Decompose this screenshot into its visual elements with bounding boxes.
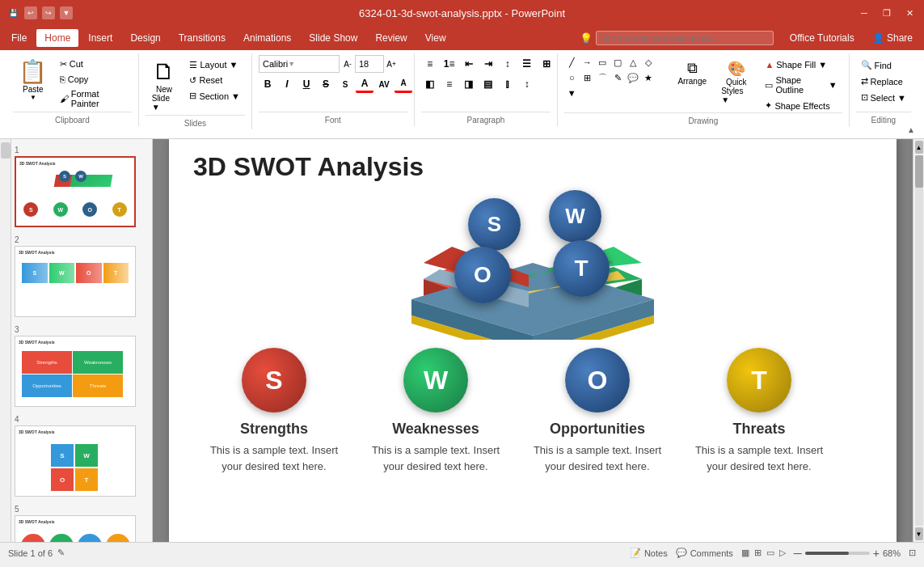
slide-thumb-5[interactable]: 5 3D SWOT Analysis S W O T (15, 505, 149, 542)
shape-freeform[interactable]: ✎ (610, 70, 625, 85)
decrease-indent-button[interactable]: ⇤ (460, 55, 478, 73)
zoom-in-button[interactable]: + (873, 547, 880, 560)
shape-rect[interactable]: ▭ (595, 55, 610, 70)
redo-icon[interactable]: ↪ (42, 6, 55, 19)
fit-slide-button[interactable]: ⊡ (909, 548, 916, 558)
shape-rounded-rect[interactable]: ▢ (610, 55, 625, 70)
select-button[interactable]: ⊡ Select ▼ (856, 91, 911, 104)
increase-indent-button[interactable]: ⇥ (479, 55, 497, 73)
font-color2-button[interactable]: A (394, 75, 412, 93)
zoom-bar[interactable] (805, 552, 870, 555)
slide-thumbnail-5[interactable]: 3D SWOT Analysis S W O T (15, 515, 136, 542)
slide-thumb-2[interactable]: 2 3D SWOT Analysis S W O T (15, 235, 149, 317)
align-left-button[interactable]: ◧ (421, 75, 439, 93)
menu-file[interactable]: File (3, 29, 35, 47)
paste-dropdown[interactable]: ▼ (30, 94, 36, 101)
normal-view-button[interactable]: ▦ (741, 548, 749, 558)
reset-button[interactable]: ↺ Reset (184, 74, 245, 87)
align-center-button[interactable]: ≡ (441, 75, 458, 93)
customize-icon[interactable]: ▼ (60, 6, 73, 19)
ribbon-collapse-button[interactable]: ▲ (905, 123, 918, 136)
tell-me-input[interactable] (601, 33, 768, 43)
slide-thumb-1[interactable]: 1 3D SWOT Analysis S W S W O (15, 146, 149, 227)
zoom-out-button[interactable]: ─ (794, 547, 802, 560)
columns-button[interactable]: ⫿ (499, 75, 517, 93)
slide-thumbnail-2[interactable]: 3D SWOT Analysis S W O T (15, 246, 136, 317)
italic-button[interactable]: I (278, 75, 296, 93)
slide-thumb-4[interactable]: 4 3D SWOT Analysis S W O T (15, 415, 149, 497)
shape-effects-button[interactable]: ✦ Shape Effects (760, 99, 842, 112)
minimize-button[interactable]: ─ (856, 5, 872, 21)
quick-styles-button[interactable]: 🎨 Quick Styles ▼ (715, 58, 757, 106)
align-right-button[interactable]: ◨ (460, 75, 478, 93)
cut-button[interactable]: ✂ Cut (55, 57, 132, 71)
replace-button[interactable]: ⇄ Replace (856, 74, 911, 88)
new-slide-button[interactable]: 🗋 New Slide ▼ (146, 55, 184, 115)
shadow-button[interactable]: S (336, 75, 354, 93)
shape-callout[interactable]: 💬 (626, 70, 640, 85)
justify-button[interactable]: ▤ (479, 75, 497, 93)
comments-button[interactable]: 💬 Comments (676, 548, 733, 558)
tell-me-search[interactable] (596, 31, 774, 45)
bold-button[interactable]: B (259, 75, 276, 93)
align-text-button[interactable]: ☰ (518, 55, 536, 73)
menu-slideshow[interactable]: Slide Show (301, 29, 365, 47)
shape-outline-button[interactable]: ▭ Shape Outline ▼ (760, 74, 842, 96)
shape-diamond[interactable]: ◇ (641, 55, 656, 70)
menu-review[interactable]: Review (367, 29, 415, 47)
paste-button[interactable]: 📋 Paste ▼ (13, 55, 53, 112)
menu-view[interactable]: View (417, 29, 454, 47)
menu-home[interactable]: Home (36, 29, 78, 47)
share-button[interactable]: 👤 Share (864, 29, 921, 47)
font-size-decrease[interactable]: A- (341, 55, 354, 73)
strikethrough-button[interactable]: S (317, 75, 335, 93)
copy-button[interactable]: ⎘ Copy (55, 73, 132, 86)
smartart-button[interactable]: ⊞ (538, 55, 555, 73)
save-icon[interactable]: 💾 (6, 6, 19, 19)
text-direction-button[interactable]: ↕ (499, 55, 517, 73)
restore-button[interactable]: ❐ (879, 5, 895, 21)
menu-transitions[interactable]: Transitions (171, 29, 234, 47)
shape-arrow[interactable]: → (580, 55, 594, 70)
reading-view-button[interactable]: ▭ (766, 548, 774, 558)
arrange-button[interactable]: ⧉ Arrange (672, 58, 712, 87)
font-size-increase[interactable]: A+ (385, 55, 398, 73)
slide-thumbnail-3[interactable]: 3D SWOT Analysis Strengths Weaknesses Op… (15, 336, 136, 407)
slide-thumb-3[interactable]: 3 3D SWOT Analysis Strengths Weaknesses … (15, 325, 149, 407)
office-tutorials[interactable]: Office Tutorials (782, 29, 863, 47)
shapes-dropdown[interactable]: ▼ (564, 86, 579, 100)
scroll-thumb[interactable] (915, 155, 923, 188)
font-color-button[interactable]: A (356, 75, 373, 93)
shape-line[interactable]: ╱ (564, 55, 579, 70)
menu-animations[interactable]: Animations (235, 29, 299, 47)
shape-fill-button[interactable]: ▲ Shape Fill ▼ (760, 58, 842, 71)
format-painter-button[interactable]: 🖌 Format Painter (55, 87, 132, 110)
slide-canvas[interactable]: 3D SWOT Analysis (169, 139, 897, 542)
slide-panel-scroll-up[interactable] (1, 142, 11, 159)
close-button[interactable]: ✕ (901, 5, 918, 21)
numbering-button[interactable]: 1≡ (441, 55, 458, 73)
section-button[interactable]: ⊟ Section ▼ (184, 89, 245, 103)
scroll-up-button[interactable]: ▲ (915, 141, 923, 154)
shape-triangle[interactable]: △ (626, 55, 640, 70)
menu-design[interactable]: Design (122, 29, 168, 47)
shape-star[interactable]: ★ (641, 70, 656, 85)
find-button[interactable]: 🔍 Find (856, 58, 911, 72)
undo-icon[interactable]: ↩ (24, 6, 37, 19)
char-spacing-button[interactable]: AV (375, 75, 393, 93)
slideshow-button[interactable]: ▷ (779, 548, 786, 558)
slide-thumbnail-1[interactable]: 3D SWOT Analysis S W S W O T (15, 156, 136, 227)
edit-notes-icon[interactable]: ✎ (57, 548, 65, 558)
notes-button[interactable]: 📝 Notes (630, 548, 668, 558)
line-spacing-button[interactable]: ↕ (518, 75, 536, 93)
bullets-button[interactable]: ≡ (421, 55, 439, 73)
scroll-down-button[interactable]: ▼ (915, 527, 923, 540)
slide-thumbnail-4[interactable]: 3D SWOT Analysis S W O T (15, 425, 136, 497)
layout-button[interactable]: ☰ Layout ▼ (184, 58, 245, 72)
underline-button[interactable]: U (297, 75, 315, 93)
menu-insert[interactable]: Insert (80, 29, 120, 47)
shape-curve[interactable]: ⌒ (595, 70, 610, 85)
vertical-scrollbar[interactable]: ▲ ▼ (913, 139, 924, 542)
slide-sorter-button[interactable]: ⊞ (754, 548, 762, 558)
shape-circle[interactable]: ○ (564, 70, 579, 85)
